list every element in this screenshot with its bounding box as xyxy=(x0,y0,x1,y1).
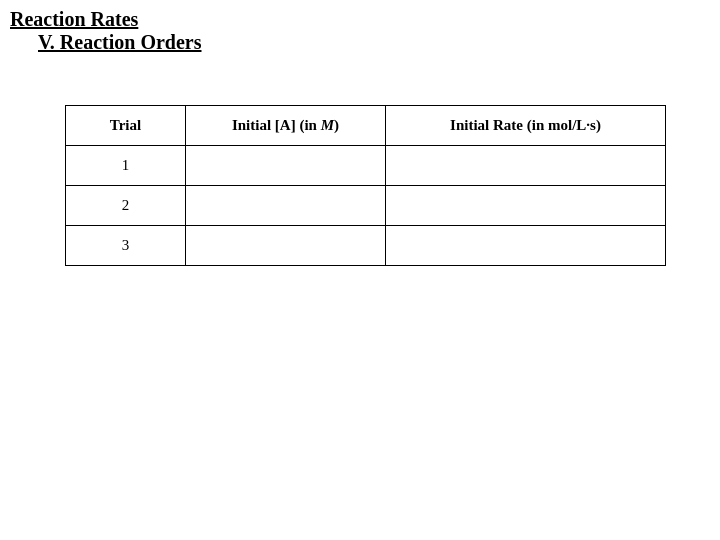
title-line2: V. Reaction Orders xyxy=(38,31,202,54)
col-header-initial-rate: Initial Rate (in mol/L·s) xyxy=(386,106,666,146)
cell-initial-a-3 xyxy=(186,226,386,266)
table-row: 1 xyxy=(66,146,666,186)
col-header-initial-a: Initial [A] (in M) xyxy=(186,106,386,146)
cell-initial-a-1 xyxy=(186,146,386,186)
header: Reaction Rates V. Reaction Orders xyxy=(10,8,202,54)
cell-initial-rate-3 xyxy=(386,226,666,266)
cell-initial-rate-1 xyxy=(386,146,666,186)
reaction-table: Trial Initial [A] (in M) Initial Rate (i… xyxy=(65,105,666,266)
cell-initial-a-2 xyxy=(186,186,386,226)
cell-trial-3: 3 xyxy=(66,226,186,266)
cell-trial-1: 1 xyxy=(66,146,186,186)
table-row: 2 xyxy=(66,186,666,226)
cell-trial-2: 2 xyxy=(66,186,186,226)
data-table-container: Trial Initial [A] (in M) Initial Rate (i… xyxy=(65,105,666,266)
cell-initial-rate-2 xyxy=(386,186,666,226)
title-line1: Reaction Rates xyxy=(10,8,202,31)
col-header-trial: Trial xyxy=(66,106,186,146)
table-row: 3 xyxy=(66,226,666,266)
table-header-row: Trial Initial [A] (in M) Initial Rate (i… xyxy=(66,106,666,146)
